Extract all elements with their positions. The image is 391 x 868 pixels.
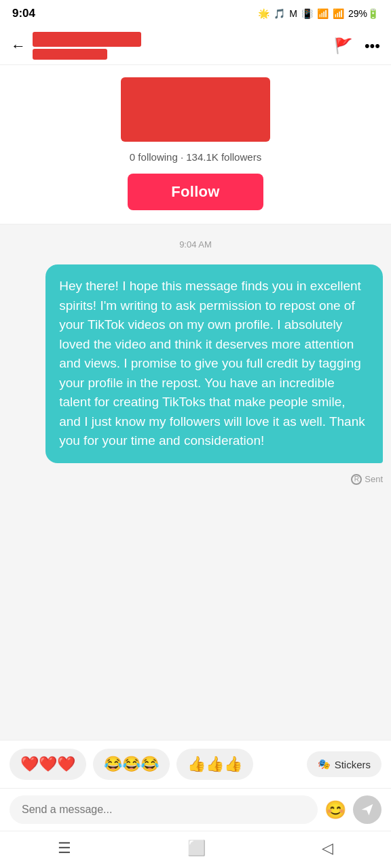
thumbs-reaction[interactable]: 👍👍👍 [176, 749, 253, 780]
header: ← 🚩 ••• [0, 27, 391, 65]
gmail-icon: M [289, 8, 297, 19]
stickers-button[interactable]: 🎭 Stickers [307, 751, 381, 777]
header-left: ← [11, 32, 141, 60]
send-button[interactable] [353, 795, 381, 824]
back-button[interactable]: ← [11, 37, 26, 55]
signal-icon: 📶 [333, 8, 344, 19]
user-info-block [33, 32, 141, 60]
sent-check-icon: R [351, 474, 362, 485]
profile-stats: 0 following · 134.1K followers [130, 151, 261, 163]
tiktok-icon: 🎵 [274, 8, 285, 19]
hearts-reaction[interactable]: ❤️❤️❤️ [10, 749, 86, 780]
message-input-bar: 😊 [0, 788, 391, 831]
quick-reactions-bar: ❤️❤️❤️ 😂😂😂 👍👍👍 🎭 Stickers [0, 740, 391, 788]
sent-indicator: R Sent [8, 474, 383, 485]
sent-label: Sent [365, 474, 383, 484]
status-icons: 🌟 🎵 M 📳 📶 📶 29%🔋 [258, 8, 379, 19]
nav-bar: ☰ ⬜ ◁ [0, 831, 391, 868]
message-bubble: Hey there! I hope this message finds you… [45, 264, 383, 463]
follow-button[interactable]: Follow [128, 174, 263, 210]
chat-area: 9:04 AM Hey there! I hope this message f… [0, 224, 391, 740]
wifi-icon: 📶 [317, 8, 329, 19]
flag-icon[interactable]: 🚩 [334, 37, 352, 55]
profile-section: 0 following · 134.1K followers Follow [0, 65, 391, 224]
menu-nav-icon[interactable]: ☰ [58, 840, 71, 857]
stickers-label: Stickers [335, 759, 371, 770]
send-icon [360, 803, 374, 816]
sticker-icon: 🎭 [318, 758, 331, 770]
message-input[interactable] [10, 795, 318, 824]
star-icon: 🌟 [258, 8, 269, 19]
battery-icon: 29%🔋 [348, 8, 379, 19]
status-time: 9:04 [12, 7, 35, 20]
profile-avatar [121, 77, 270, 142]
vibrate-icon: 📳 [301, 8, 313, 19]
laugh-reaction[interactable]: 😂😂😂 [93, 749, 170, 780]
header-right: 🚩 ••• [334, 37, 380, 55]
username-redacted [33, 32, 141, 47]
handle-redacted [33, 49, 107, 60]
emoji-button[interactable]: 😊 [324, 800, 346, 821]
home-nav-icon[interactable]: ⬜ [187, 840, 206, 857]
message-wrapper: Hey there! I hope this message finds you… [8, 264, 383, 463]
back-nav-icon[interactable]: ◁ [322, 840, 333, 857]
message-timestamp: 9:04 AM [8, 239, 383, 250]
more-options-icon[interactable]: ••• [365, 37, 380, 55]
status-bar: 9:04 🌟 🎵 M 📳 📶 📶 29%🔋 [0, 0, 391, 27]
